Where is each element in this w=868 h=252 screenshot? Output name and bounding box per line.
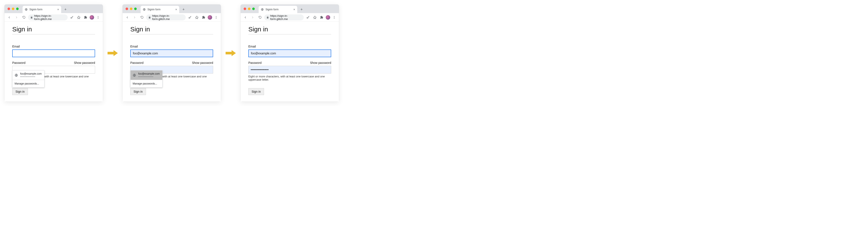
autofill-suggestion[interactable]: foo@example.com ••••••••••••••••• xyxy=(130,71,162,80)
browser-window: Signin form × + https://sign-in-form.gli… xyxy=(240,4,339,102)
url-text: https://sign-in-form.glitch.me xyxy=(152,14,184,21)
close-tab-icon[interactable]: × xyxy=(293,8,295,11)
svg-point-8 xyxy=(216,16,217,17)
arrow-icon xyxy=(225,50,236,57)
suggestion-email: foo@example.com xyxy=(138,72,160,76)
page-title: Sign in xyxy=(248,26,331,33)
show-password-toggle[interactable]: Show password xyxy=(192,61,213,64)
maximize-window-button[interactable] xyxy=(134,7,137,10)
minimize-window-button[interactable] xyxy=(12,7,14,10)
divider xyxy=(248,34,331,34)
email-label: Email xyxy=(130,45,213,48)
forward-button[interactable] xyxy=(131,15,137,21)
new-tab-button[interactable]: + xyxy=(62,6,68,12)
password-hint: Eight or more characters, with at least … xyxy=(248,75,331,81)
suggestion-email: foo@example.com xyxy=(20,72,42,76)
extensions-icon[interactable] xyxy=(319,15,325,21)
page-title: Sign in xyxy=(130,26,213,33)
password-label: Password xyxy=(12,61,25,64)
globe-icon xyxy=(14,74,18,77)
menu-icon[interactable] xyxy=(213,15,219,21)
reload-button[interactable] xyxy=(139,15,145,21)
address-bar[interactable]: https://sign-in-form.glitch.me xyxy=(28,15,68,21)
avatar[interactable] xyxy=(208,15,212,20)
tab-title: Signin form xyxy=(266,8,292,11)
star-icon[interactable] xyxy=(76,15,82,21)
key-icon[interactable] xyxy=(187,15,193,21)
key-icon[interactable] xyxy=(69,15,75,21)
maximize-window-button[interactable] xyxy=(16,7,19,10)
maximize-window-button[interactable] xyxy=(252,7,255,10)
globe-icon xyxy=(133,74,136,77)
window-controls xyxy=(244,4,255,13)
email-field[interactable] xyxy=(248,50,331,57)
browser-tab[interactable]: Signin form × xyxy=(141,6,179,13)
manage-passwords-link[interactable]: Manage passwords... xyxy=(12,80,44,87)
password-autofill-dropdown: foo@example.com ••••••••••••••••• Manage… xyxy=(12,70,44,87)
email-label: Email xyxy=(12,45,95,48)
toolbar: https://sign-in-form.glitch.me xyxy=(123,13,221,22)
svg-point-7 xyxy=(189,17,190,18)
show-password-toggle[interactable]: Show password xyxy=(74,61,95,64)
close-tab-icon[interactable]: × xyxy=(175,8,177,11)
email-field[interactable] xyxy=(130,50,213,57)
browser-window: Signin form × + https://sign-in-form.gli… xyxy=(4,4,103,102)
key-icon[interactable] xyxy=(305,15,311,21)
back-button[interactable] xyxy=(242,15,248,21)
autofill-suggestion[interactable]: foo@example.com ••••••••••••••••• xyxy=(12,71,44,80)
browser-tab[interactable]: Signin form × xyxy=(259,6,297,13)
svg-point-4 xyxy=(98,18,98,19)
lock-icon xyxy=(267,16,269,19)
page-content: Sign in Email Password Show password Eig… xyxy=(4,22,103,102)
email-field[interactable] xyxy=(12,50,95,57)
back-button[interactable] xyxy=(124,15,130,21)
minimize-window-button[interactable] xyxy=(130,7,132,10)
menu-icon[interactable] xyxy=(331,15,337,21)
close-window-button[interactable] xyxy=(126,7,128,10)
signin-button[interactable]: Sign in xyxy=(12,88,28,95)
star-icon[interactable] xyxy=(194,15,200,21)
suggestion-password-masked: ••••••••••••••••• xyxy=(20,76,42,78)
signin-button[interactable]: Sign in xyxy=(248,88,264,95)
avatar[interactable] xyxy=(326,15,330,20)
forward-button[interactable] xyxy=(250,15,256,21)
tab-strip: Signin form × + xyxy=(241,4,339,13)
password-field[interactable] xyxy=(248,66,331,74)
avatar[interactable] xyxy=(90,15,94,20)
extensions-icon[interactable] xyxy=(83,15,89,21)
globe-icon xyxy=(25,8,28,11)
address-bar[interactable]: https://sign-in-form.glitch.me xyxy=(146,15,186,21)
menu-icon[interactable] xyxy=(95,15,101,21)
tab-title: Signin form xyxy=(29,8,56,11)
signin-button[interactable]: Sign in xyxy=(130,88,146,95)
minimize-window-button[interactable] xyxy=(248,7,250,10)
extensions-icon[interactable] xyxy=(201,15,207,21)
star-icon[interactable] xyxy=(312,15,318,21)
password-label: Password xyxy=(130,61,144,64)
new-tab-button[interactable]: + xyxy=(299,6,305,12)
reload-button[interactable] xyxy=(257,15,263,21)
reload-button[interactable] xyxy=(21,15,27,21)
svg-point-10 xyxy=(216,18,217,19)
divider xyxy=(12,34,95,34)
svg-point-14 xyxy=(334,16,335,17)
toolbar-actions xyxy=(187,15,219,21)
tab-strip: Signin form × + xyxy=(4,4,103,13)
address-bar[interactable]: https://sign-in-form.glitch.me xyxy=(264,15,304,21)
new-tab-button[interactable]: + xyxy=(181,6,187,12)
browser-tab[interactable]: Signin form × xyxy=(23,6,61,13)
url-text: https://sign-in-form.glitch.me xyxy=(34,14,65,21)
svg-point-9 xyxy=(216,17,217,18)
arrow-icon xyxy=(107,50,118,57)
back-button[interactable] xyxy=(6,15,12,21)
svg-point-2 xyxy=(98,16,98,17)
close-tab-icon[interactable]: × xyxy=(57,8,59,11)
toolbar-actions xyxy=(69,15,101,21)
page-title: Sign in xyxy=(12,26,95,33)
close-window-button[interactable] xyxy=(244,7,246,10)
show-password-toggle[interactable]: Show password xyxy=(310,61,331,64)
close-window-button[interactable] xyxy=(7,7,10,10)
manage-passwords-link[interactable]: Manage passwords... xyxy=(130,80,162,87)
forward-button[interactable] xyxy=(13,15,20,21)
lock-icon xyxy=(148,16,151,19)
